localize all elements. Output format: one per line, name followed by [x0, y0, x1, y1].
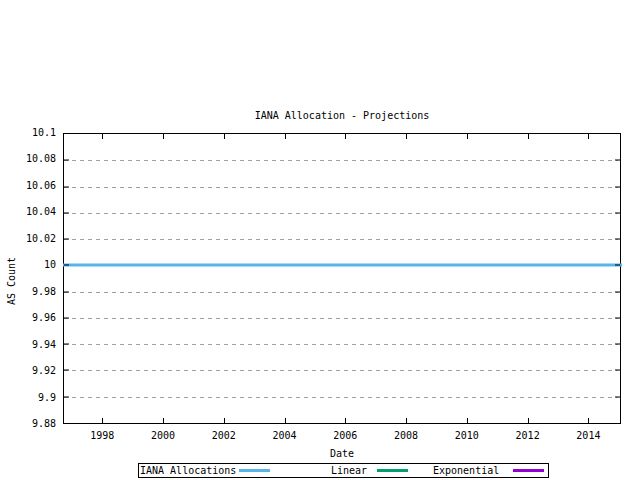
x-tick-mark [163, 418, 164, 423]
y-tick-mark [615, 317, 620, 318]
y-tick-labels: 10.110.0810.0610.0410.02109.989.969.949.… [0, 133, 63, 424]
y-tick-mark [615, 265, 620, 266]
y-tick-label: 9.9 [38, 392, 56, 404]
plot-area [63, 133, 621, 424]
y-tick-mark [615, 396, 620, 397]
legend-swatch [239, 469, 270, 472]
legend-swatch [377, 469, 408, 472]
x-tick-labels: 199820002002200420062008201020122014 [64, 429, 620, 443]
legend-swatch [513, 469, 544, 472]
y-tick-label: 10.02 [26, 233, 56, 245]
y-tick-mark [615, 186, 620, 187]
gridline [64, 213, 618, 214]
legend: IANA AllocationsLinearExponential [138, 463, 549, 478]
x-tick-mark [345, 418, 346, 423]
y-tick-mark [615, 291, 620, 292]
y-tick-mark [64, 370, 69, 371]
x-tick-mark [588, 418, 589, 423]
y-tick-label: 9.98 [32, 286, 56, 298]
y-tick-mark [64, 291, 69, 292]
x-tick-label: 2012 [516, 429, 540, 442]
x-tick-mark [345, 134, 346, 139]
chart-figure: IANA Allocation - Projections AS Count 1… [0, 0, 640, 480]
x-tick-mark [467, 418, 468, 423]
legend-label: Exponential [433, 464, 499, 477]
x-tick-label: 2006 [333, 429, 357, 442]
y-tick-mark [64, 212, 69, 213]
gridline [64, 292, 618, 293]
x-tick-label: 2000 [151, 429, 175, 442]
y-tick-label: 10.08 [26, 153, 56, 165]
x-tick-mark [285, 134, 286, 139]
x-tick-label: 2014 [576, 429, 600, 442]
y-tick-mark [615, 212, 620, 213]
x-tick-mark [528, 134, 529, 139]
gridline [64, 239, 618, 240]
x-tick-mark [406, 418, 407, 423]
y-tick-label: 9.94 [32, 339, 56, 351]
x-tick-label: 2004 [273, 429, 297, 442]
x-tick-mark [102, 418, 103, 423]
gridline [64, 397, 618, 398]
x-axis-title: Date [63, 447, 621, 460]
y-tick-mark [64, 160, 69, 161]
x-tick-mark [224, 134, 225, 139]
y-tick-label: 10.1 [32, 127, 56, 139]
y-tick-label: 10.06 [26, 180, 56, 192]
gridline [64, 160, 618, 161]
legend-label: Linear [331, 464, 367, 477]
chart-title: IANA Allocation - Projections [63, 109, 621, 122]
series-line-iana-allocations [63, 264, 622, 267]
gridline [64, 344, 618, 345]
legend-label: IANA Allocations [140, 464, 236, 477]
y-tick-label: 10.04 [26, 206, 56, 218]
y-tick-mark [615, 160, 620, 161]
x-tick-label: 2010 [455, 429, 479, 442]
y-tick-mark [615, 344, 620, 345]
x-tick-mark [224, 418, 225, 423]
gridline [64, 370, 618, 371]
y-tick-mark [64, 344, 69, 345]
y-tick-label: 10 [44, 259, 56, 271]
x-tick-label: 1998 [90, 429, 114, 442]
x-tick-mark [163, 134, 164, 139]
y-tick-mark [615, 370, 620, 371]
y-tick-label: 9.92 [32, 365, 56, 377]
x-tick-mark [406, 134, 407, 139]
y-tick-mark [64, 186, 69, 187]
x-tick-mark [102, 134, 103, 139]
y-tick-label: 9.96 [32, 312, 56, 324]
x-tick-mark [528, 418, 529, 423]
y-tick-mark [64, 396, 69, 397]
x-tick-mark [467, 134, 468, 139]
x-tick-mark [588, 134, 589, 139]
y-tick-mark [64, 317, 69, 318]
x-tick-label: 2002 [212, 429, 236, 442]
gridline [64, 318, 618, 319]
x-tick-label: 2008 [394, 429, 418, 442]
y-tick-mark [64, 265, 69, 266]
y-tick-label: 9.88 [32, 418, 56, 430]
y-tick-mark [64, 239, 69, 240]
gridline [64, 187, 618, 188]
x-tick-mark [285, 418, 286, 423]
y-tick-mark [615, 239, 620, 240]
